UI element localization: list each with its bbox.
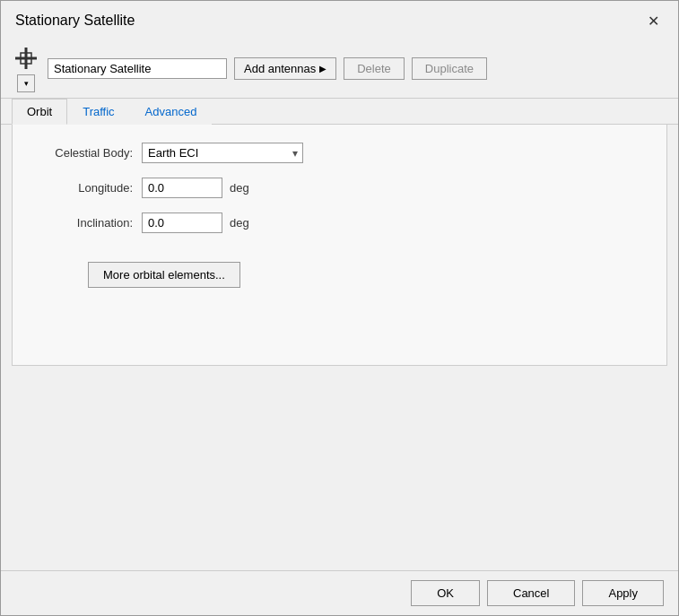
tab-content-orbit: Celestial Body: Earth ECI Earth Fixed Mo… (12, 125, 667, 366)
satellite-dropdown-button[interactable]: ▾ (17, 74, 35, 92)
add-antennas-button[interactable]: Add antennas ▶ (234, 57, 336, 80)
celestial-body-label: Celestial Body: (34, 146, 133, 160)
toolbar: ▾ Add antennas ▶ Delete Duplicate (1, 39, 678, 99)
footer: OK Cancel Apply (1, 570, 678, 615)
cancel-button[interactable]: Cancel (487, 580, 575, 606)
more-orbital-elements-button[interactable]: More orbital elements... (88, 262, 240, 288)
tabs: Orbit Traffic Advanced (1, 99, 678, 125)
add-antennas-label: Add antennas (244, 62, 316, 75)
dialog-title: Stationary Satellite (15, 13, 135, 29)
satellite-name-input[interactable] (48, 58, 227, 79)
satellite-icon-wrapper: ▾ (12, 44, 40, 92)
dialog-stationary-satellite: Stationary Satellite ✕ ▾ Add antennas ▶ … (0, 0, 679, 616)
close-button[interactable]: ✕ (642, 10, 664, 31)
celestial-body-row: Celestial Body: Earth ECI Earth Fixed Mo… (34, 143, 645, 163)
inclination-label: Inclination: (34, 216, 133, 230)
add-antennas-arrow-icon: ▶ (319, 64, 326, 74)
tab-traffic[interactable]: Traffic (67, 99, 129, 125)
apply-button[interactable]: Apply (582, 580, 664, 606)
longitude-unit: deg (230, 181, 249, 195)
longitude-row: Longitude: deg (34, 178, 645, 198)
tab-advanced[interactable]: Advanced (130, 99, 213, 125)
inclination-row: Inclination: deg (34, 213, 645, 233)
title-bar-left: Stationary Satellite (15, 13, 135, 29)
longitude-input[interactable] (142, 178, 222, 198)
celestial-body-select-wrapper: Earth ECI Earth Fixed Moon Mars (142, 143, 303, 163)
inclination-unit: deg (230, 216, 249, 230)
satellite-icon (12, 44, 40, 73)
longitude-label: Longitude: (34, 181, 133, 195)
content-spacer (1, 366, 678, 570)
celestial-body-select[interactable]: Earth ECI Earth Fixed Moon Mars (142, 143, 303, 163)
duplicate-button[interactable]: Duplicate (412, 57, 487, 80)
tab-orbit[interactable]: Orbit (12, 99, 67, 125)
delete-button[interactable]: Delete (344, 57, 405, 80)
title-bar: Stationary Satellite ✕ (1, 1, 678, 39)
satellite-cross-icon (12, 44, 40, 73)
inclination-input[interactable] (142, 213, 222, 233)
ok-button[interactable]: OK (411, 580, 480, 606)
